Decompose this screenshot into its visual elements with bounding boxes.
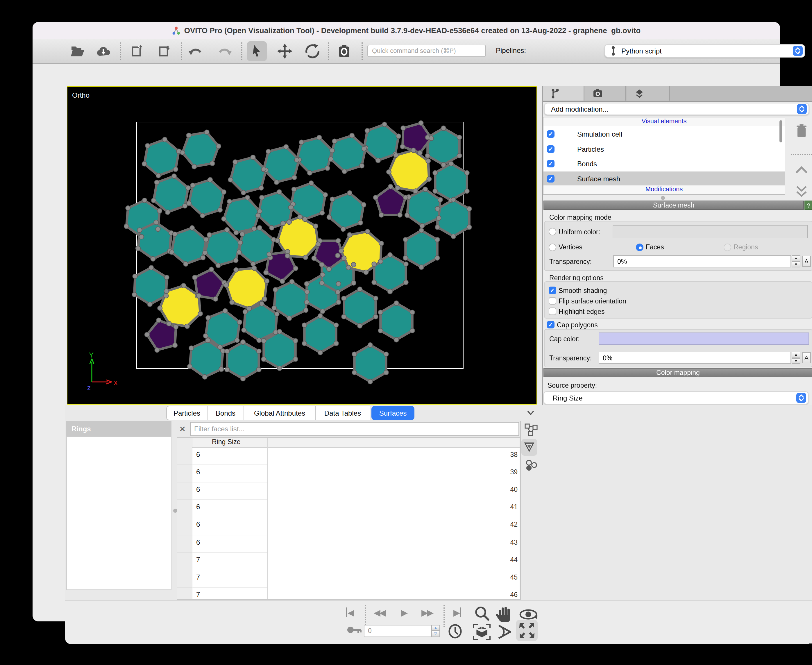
show-faces-button[interactable] <box>521 439 537 456</box>
transparency-field[interactable]: 0% <box>613 255 791 267</box>
ring-hexagon[interactable] <box>304 316 336 352</box>
render-snapshot-icon[interactable] <box>334 41 354 61</box>
surface-mesh-section-header[interactable]: Surface mesh <box>544 201 804 210</box>
key-icon[interactable] <box>346 626 362 634</box>
skip-to-start-icon[interactable]: ◀ <box>346 608 353 618</box>
cap-polygons-checkbox[interactable]: ✓ <box>547 321 555 328</box>
viewport-ortho[interactable]: Ortho Y x z <box>67 86 537 405</box>
uniform-color-well[interactable] <box>612 225 808 238</box>
ring-hexagon[interactable] <box>405 231 437 267</box>
ring-size-value[interactable]: 6 <box>196 485 200 493</box>
visual-element-row[interactable]: ✓Surface mesh <box>544 171 785 186</box>
uniform-color-radio[interactable] <box>549 228 556 236</box>
ring-hexagon[interactable] <box>344 289 375 326</box>
ring-hexagon[interactable] <box>264 332 295 368</box>
inspector-tab-surfaces[interactable]: Surfaces <box>372 406 414 420</box>
visibility-checkbox[interactable]: ✓ <box>547 160 555 167</box>
faces-radio[interactable] <box>636 243 643 251</box>
ring-size-value[interactable]: 6 <box>196 538 200 546</box>
play-icon[interactable]: ▶ <box>401 608 407 618</box>
ring-size-value[interactable]: 7 <box>196 573 200 581</box>
transparency-spinner[interactable]: ▲▼ <box>792 255 801 267</box>
ring-size-value[interactable]: 7 <box>196 555 200 563</box>
show-regions-icon[interactable] <box>524 459 538 472</box>
maximize-viewport-button[interactable] <box>516 620 538 641</box>
pipeline-spinner-icon[interactable] <box>793 46 803 56</box>
next-frame-icon[interactable]: ▶▶ <box>421 608 432 618</box>
inspector-tab-particles[interactable]: Particles <box>166 406 208 420</box>
pipeline-selector[interactable]: Python script <box>604 44 805 57</box>
faces-table[interactable]: Ring Size 386396406416426436447457467 <box>177 437 520 599</box>
add-modification-dropdown[interactable]: Add modification... <box>544 103 809 115</box>
clear-filter-icon[interactable]: ✕ <box>179 424 186 434</box>
zoom-scene-extents-icon[interactable] <box>473 623 491 640</box>
ring-hexagon[interactable] <box>437 200 469 236</box>
inspector-tab-global-attributes[interactable]: Global Attributes <box>244 406 316 420</box>
source-property-spinner-icon[interactable] <box>796 393 806 403</box>
visibility-checkbox[interactable]: ✓ <box>547 145 555 152</box>
frame-spinner[interactable]: ▲▽ <box>431 625 440 637</box>
ring-size-value[interactable]: 6 <box>196 503 200 511</box>
visibility-checkbox[interactable]: ✓ <box>547 175 555 182</box>
ring-hexagon[interactable] <box>427 128 459 165</box>
ring-size-value[interactable]: 6 <box>196 450 200 459</box>
animation-settings-clock-icon[interactable] <box>448 624 463 639</box>
help-button[interactable]: ? <box>804 201 812 210</box>
viewport-label[interactable]: Ortho <box>72 91 90 99</box>
import-remote-icon[interactable] <box>93 41 113 61</box>
redo-icon[interactable] <box>214 41 234 61</box>
frame-number-field[interactable]: 0 <box>364 625 431 637</box>
ring-hexagon[interactable] <box>227 342 259 379</box>
visibility-checkbox[interactable]: ✓ <box>547 130 555 138</box>
export-file-icon[interactable] <box>128 41 147 61</box>
tab-render[interactable] <box>585 86 626 101</box>
select-tool-icon[interactable] <box>247 41 267 61</box>
ring-size-value[interactable]: 6 <box>196 468 200 476</box>
inspector-tab-data-tables[interactable]: Data Tables <box>316 406 370 420</box>
source-property-dropdown[interactable]: Ring Size <box>544 391 809 405</box>
regions-radio[interactable] <box>724 243 731 251</box>
highlight-edges-checkbox[interactable] <box>549 308 556 315</box>
ring-size-value[interactable]: 7 <box>196 591 200 599</box>
delete-modifier-icon[interactable] <box>796 124 807 138</box>
undo-icon[interactable] <box>186 41 206 61</box>
ring-hexagon[interactable] <box>380 303 412 340</box>
orbit-tool-icon[interactable] <box>519 608 538 621</box>
flip-surface-checkbox[interactable] <box>549 297 556 305</box>
visual-element-row[interactable]: ✓Particles <box>544 142 785 156</box>
visual-element-row[interactable]: ✓Bonds <box>544 156 785 171</box>
ring-hexagon[interactable] <box>138 222 171 259</box>
save-file-icon[interactable] <box>155 41 175 61</box>
tab-pipeline[interactable] <box>543 86 584 101</box>
previous-frame-icon[interactable]: ◀◀ <box>374 608 385 618</box>
title-bar[interactable]: OVITO Pro (Open Visualization Tool) - De… <box>33 22 780 39</box>
rotate-tool-icon[interactable] <box>302 41 322 61</box>
filter-faces-input[interactable]: Filter faces list... <box>190 422 519 436</box>
tab-overlays[interactable] <box>627 86 670 101</box>
rings-list-body[interactable] <box>66 437 172 590</box>
cap-color-well[interactable] <box>599 332 809 345</box>
skip-to-end-icon[interactable]: ▶ <box>453 608 461 618</box>
ring-hexagon[interactable] <box>134 268 167 304</box>
sidebar-item-rings[interactable]: Rings <box>66 421 172 437</box>
transparency-animate-button[interactable]: A <box>802 256 811 267</box>
field-of-view-icon[interactable] <box>496 623 514 640</box>
ring-hexagon[interactable] <box>354 345 386 382</box>
ring-hexagon[interactable] <box>435 164 467 200</box>
ring-pentagon[interactable] <box>376 187 406 215</box>
color-mapping-section-header[interactable]: Color mapping <box>544 368 812 377</box>
panel-resize-handle[interactable] <box>661 196 665 200</box>
pipeline-list-scrollbar[interactable] <box>779 120 783 142</box>
show-vertices-icon[interactable] <box>524 423 539 437</box>
smooth-shading-checkbox[interactable]: ✓ <box>549 287 556 294</box>
visual-element-row[interactable]: ✓Simulation cell <box>544 127 785 142</box>
open-file-icon[interactable] <box>68 41 88 61</box>
cap-transparency-spinner[interactable]: ▲▼ <box>792 352 801 364</box>
quick-command-search-input[interactable]: Quick command search (⌘P) <box>367 45 486 57</box>
move-modifier-up-icon[interactable] <box>795 165 808 174</box>
pan-tool-icon[interactable] <box>495 604 512 622</box>
ring-size-value[interactable]: 6 <box>196 521 200 529</box>
cap-transparency-animate-button[interactable]: A <box>802 352 811 363</box>
vertices-radio[interactable] <box>549 243 556 251</box>
collapse-inspector-icon[interactable] <box>527 410 535 416</box>
